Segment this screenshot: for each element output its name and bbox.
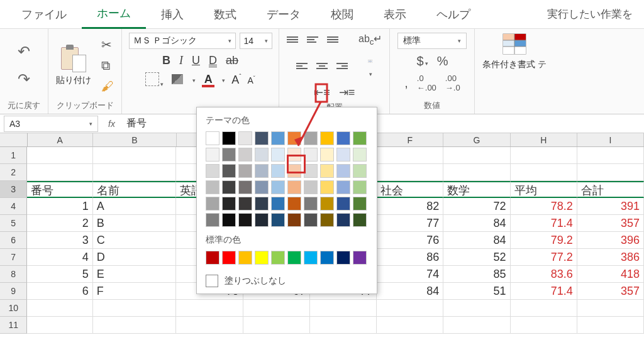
color-swatch[interactable] [287, 251, 301, 265]
color-swatch[interactable] [304, 251, 318, 265]
align-bottom-icon[interactable] [327, 36, 338, 43]
color-swatch[interactable] [206, 213, 219, 227]
color-swatch[interactable] [287, 180, 301, 194]
no-fill-option[interactable]: 塗りつぶしなし [197, 270, 377, 290]
col-header-a[interactable]: A [28, 133, 93, 146]
color-swatch[interactable] [238, 164, 252, 178]
row-header[interactable]: 6 [0, 232, 27, 249]
cell[interactable] [93, 317, 177, 334]
color-swatch[interactable] [206, 251, 219, 265]
cell[interactable] [511, 300, 577, 317]
name-box[interactable]: A3▾ [4, 116, 98, 132]
cell[interactable]: 85 [443, 266, 510, 283]
color-swatch[interactable] [320, 251, 334, 265]
cell[interactable]: 合計 [577, 181, 644, 198]
cell[interactable]: 79.2 [511, 232, 577, 249]
cell[interactable]: 418 [577, 266, 644, 283]
color-swatch[interactable] [222, 180, 236, 194]
color-swatch[interactable] [271, 148, 285, 162]
tab-data[interactable]: データ [252, 1, 316, 28]
color-swatch[interactable] [238, 148, 252, 162]
decrease-decimal-button[interactable]: .00→.0 [445, 74, 460, 92]
cell[interactable] [176, 300, 243, 317]
color-swatch[interactable] [336, 131, 350, 145]
color-swatch[interactable] [320, 148, 334, 162]
color-swatch[interactable] [238, 131, 252, 145]
color-swatch[interactable] [222, 197, 236, 211]
comma-button[interactable]: , [404, 76, 408, 90]
tab-view[interactable]: 表示 [369, 1, 421, 28]
cell[interactable] [27, 317, 92, 334]
row-header[interactable]: 10 [0, 300, 27, 317]
cell[interactable] [377, 164, 443, 181]
row-header[interactable]: 9 [0, 283, 27, 300]
tell-me-search[interactable]: 実行したい作業を [542, 1, 638, 28]
cell[interactable]: 52 [443, 249, 510, 266]
cell[interactable]: F [93, 283, 177, 300]
cell[interactable] [443, 300, 510, 317]
tab-review[interactable]: 校閲 [316, 1, 369, 28]
cell[interactable] [27, 164, 92, 181]
color-swatch[interactable] [353, 148, 367, 162]
cell[interactable]: 名前 [93, 181, 177, 198]
increase-indent-icon[interactable]: ⇥≡ [339, 85, 355, 99]
color-swatch[interactable] [271, 251, 285, 265]
cell[interactable]: 396 [577, 232, 644, 249]
cell[interactable]: 386 [577, 249, 644, 266]
color-swatch[interactable] [304, 148, 318, 162]
col-header-b[interactable]: B [93, 133, 177, 146]
cell[interactable] [377, 147, 443, 164]
color-swatch[interactable] [238, 251, 252, 265]
cell[interactable] [93, 164, 177, 181]
font-color-button[interactable]: A [202, 73, 214, 87]
color-swatch[interactable] [255, 251, 269, 265]
row-header[interactable]: 11 [0, 317, 27, 334]
cell[interactable] [443, 164, 510, 181]
color-swatch[interactable] [271, 131, 285, 145]
cell[interactable]: 2 [27, 215, 92, 232]
color-swatch[interactable] [304, 213, 318, 227]
cell[interactable]: A [93, 198, 177, 215]
double-underline-button[interactable]: D [209, 54, 217, 67]
cell[interactable]: 357 [577, 283, 644, 300]
merge-cells-button[interactable]: ▾ [368, 53, 372, 79]
cell[interactable]: 83.6 [511, 266, 577, 283]
color-swatch[interactable] [271, 164, 285, 178]
row-header[interactable]: 5 [0, 215, 27, 232]
cell[interactable]: 357 [577, 215, 644, 232]
color-swatch[interactable] [320, 197, 334, 211]
underline-button[interactable]: U [192, 54, 200, 67]
font-size-select[interactable]: 14▾ [240, 33, 272, 49]
cell[interactable]: 平均 [511, 181, 577, 198]
color-swatch[interactable] [271, 180, 285, 194]
cell[interactable] [577, 164, 644, 181]
color-swatch[interactable] [222, 131, 236, 145]
color-swatch[interactable] [255, 197, 269, 211]
cell[interactable]: 51 [443, 283, 510, 300]
color-swatch[interactable] [353, 213, 367, 227]
cell[interactable] [93, 147, 177, 164]
cut-icon[interactable]: ✂ [101, 37, 114, 52]
decrease-indent-icon[interactable]: ⇤≡ [314, 85, 330, 99]
tab-file[interactable]: ファイル [6, 1, 82, 28]
cell[interactable] [377, 317, 443, 334]
color-swatch[interactable] [287, 164, 301, 178]
cell[interactable]: 1 [27, 198, 92, 215]
color-swatch[interactable] [271, 213, 285, 227]
increase-decimal-button[interactable]: .0←.00 [417, 74, 436, 92]
currency-button[interactable]: $▾ [417, 54, 428, 69]
color-swatch[interactable] [255, 213, 269, 227]
cell[interactable] [310, 300, 377, 317]
color-swatch[interactable] [304, 131, 318, 145]
color-swatch[interactable] [238, 213, 252, 227]
cell[interactable] [511, 164, 577, 181]
cell[interactable]: B [93, 215, 177, 232]
color-swatch[interactable] [287, 131, 301, 145]
cell[interactable]: 4 [27, 249, 92, 266]
col-header-f[interactable]: F [377, 133, 443, 146]
italic-button[interactable]: I [179, 54, 183, 67]
align-center-icon[interactable] [316, 63, 328, 69]
tab-help[interactable]: ヘルプ [421, 1, 486, 28]
number-format-select[interactable]: 標準▾ [397, 33, 467, 49]
bold-button[interactable]: B [162, 54, 170, 67]
